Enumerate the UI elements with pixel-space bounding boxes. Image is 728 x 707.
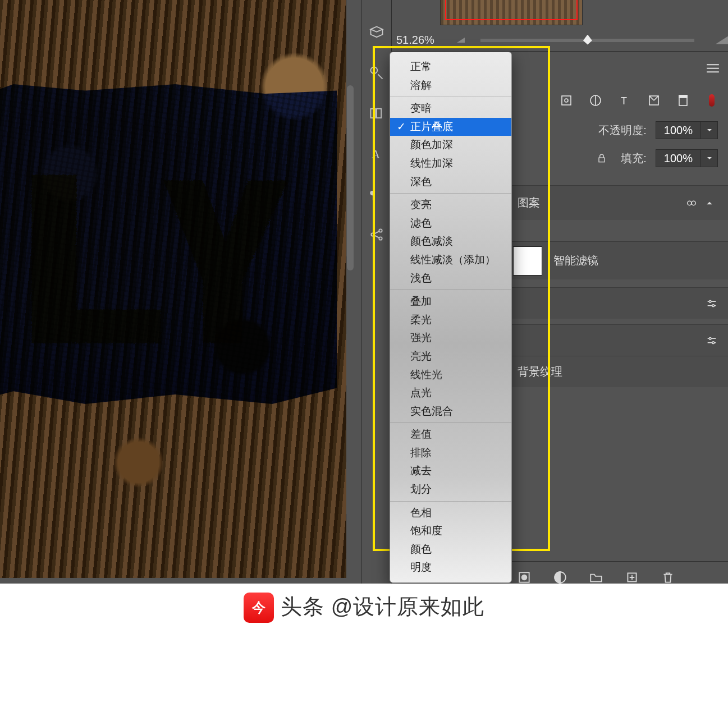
zoom-out-icon[interactable] [457,38,465,43]
fx-settings-icon[interactable] [706,297,718,310]
blend-mode-item[interactable]: 强光 [390,329,511,347]
character-icon[interactable]: A [369,146,384,162]
toutiao-logo-icon: 今 [244,593,274,623]
chevron-up-icon[interactable] [706,197,718,209]
brush-history-icon[interactable] [369,65,384,81]
opacity-value[interactable]: 100% [656,124,700,137]
delete-icon[interactable] [661,570,675,585]
blend-mode-item[interactable]: 点光 [390,384,511,402]
blend-mode-item[interactable]: 变亮 [390,196,511,214]
group-icon[interactable] [589,570,603,585]
blend-mode-item[interactable]: 线性光 [390,366,511,384]
vertical-scrollbar[interactable] [347,85,354,270]
zoom-slider[interactable] [480,39,694,42]
new-layer-icon[interactable] [625,570,639,585]
blend-mode-item[interactable]: 变暗 [390,99,511,118]
svg-rect-2 [377,109,381,118]
svg-point-9 [565,99,568,102]
watermark-brand: 头条 [281,593,324,621]
blend-mode-item[interactable]: 划分 [390,480,511,499]
panel-tool-strip: A ¶ [361,0,392,606]
blend-mode-item[interactable]: 柔光 [390,311,511,329]
blend-mode-item[interactable]: 减去 [390,462,511,480]
navigator-thumbnail[interactable] [440,0,583,25]
blend-mode-dropdown[interactable]: 正常溶解变暗正片叠底颜色加深线性加深深色变亮滤色颜色减淡线性减淡（添加）浅色叠加… [390,52,512,583]
fill-label: 填充: [621,151,647,166]
filter-mask-thumb[interactable] [513,246,542,276]
blend-mode-item[interactable]: 实色混合 [390,402,511,421]
blend-mode-item[interactable]: 正常 [390,58,511,76]
layer-name: 智能滤镜 [553,253,598,268]
svg-rect-8 [562,96,571,105]
type-filter-icon[interactable]: T [618,94,631,107]
opacity-field[interactable]: 100% [656,121,718,139]
pixel-filter-icon[interactable] [560,94,573,107]
navigator-zoom-row: 51.26% [392,29,728,52]
library-3d-icon[interactable] [369,25,384,40]
layer-name: 图案 [518,195,540,210]
svg-rect-15 [599,158,605,162]
zoom-in-icon[interactable] [716,36,728,44]
blend-mode-item[interactable]: 色相 [390,504,511,522]
panel-menu-icon[interactable] [706,63,720,73]
blend-mode-item[interactable]: 浅色 [390,269,511,288]
mask-icon[interactable] [517,570,532,585]
blend-mode-item[interactable]: 滤色 [390,214,511,233]
svg-point-17 [692,201,695,205]
svg-point-19 [712,304,715,306]
blend-mode-item[interactable]: 溶解 [390,76,511,95]
adjustment-icon[interactable] [553,570,567,585]
watermark-footer: 今 头条 @设计原来如此 [0,584,728,707]
svg-point-6 [379,229,382,232]
blend-mode-item[interactable]: 亮光 [390,347,511,366]
chevron-down-icon[interactable] [700,121,717,139]
zoom-slider-knob[interactable] [583,35,592,45]
svg-point-5 [371,233,374,236]
link-icon[interactable] [685,197,698,209]
filter-toggle-icon[interactable] [709,94,715,107]
blend-mode-item[interactable]: 颜色加深 [390,136,511,154]
opacity-label: 不透明度: [598,123,647,138]
fill-value[interactable]: 100% [656,152,700,165]
blend-mode-item[interactable]: 深色 [390,173,511,191]
smart-filter-icon[interactable] [676,94,690,107]
paragraph-icon[interactable]: ¶ [369,186,384,202]
svg-text:A: A [372,148,381,161]
navigator-viewport-box[interactable] [445,0,578,20]
blend-mode-item[interactable]: 正片叠底 [390,118,511,136]
blend-mode-item[interactable]: 差值 [390,425,511,444]
svg-text:T: T [621,95,627,107]
fill-field[interactable]: 100% [656,149,718,167]
svg-rect-1 [371,109,376,118]
adjustment-filter-icon[interactable] [589,94,602,107]
svg-text:¶: ¶ [370,188,376,201]
watermark-handle: @设计原来如此 [331,593,485,621]
blend-mode-item[interactable]: 颜色减淡 [390,232,511,251]
blend-mode-item[interactable]: 线性加深 [390,154,511,173]
svg-point-20 [709,337,711,339]
blend-mode-item[interactable]: 线性减淡（添加） [390,251,511,269]
svg-point-16 [688,201,692,205]
svg-rect-14 [679,95,687,98]
blend-mode-item[interactable]: 排除 [390,444,511,462]
svg-point-0 [371,67,378,74]
shape-filter-icon[interactable] [647,94,661,107]
chevron-down-icon[interactable] [700,149,717,167]
fx-settings-icon[interactable] [706,334,718,347]
swatches-icon[interactable] [369,105,384,121]
layer-name: 背景纹理 [518,364,562,379]
blend-mode-item[interactable]: 明度 [390,558,511,577]
zoom-percent-field[interactable]: 51.26% [396,34,447,47]
blend-mode-item[interactable]: 颜色 [390,540,511,559]
svg-point-24 [521,575,526,580]
share-icon[interactable] [369,227,384,242]
document-canvas[interactable] [0,0,346,578]
svg-point-18 [709,300,711,302]
text-layer [0,101,337,382]
blend-mode-item[interactable]: 饱和度 [390,522,511,540]
blend-mode-item[interactable]: 叠加 [390,292,511,311]
svg-point-7 [379,237,382,240]
svg-point-21 [712,341,715,343]
canvas-area [0,0,354,581]
lock-icon[interactable] [596,153,607,164]
